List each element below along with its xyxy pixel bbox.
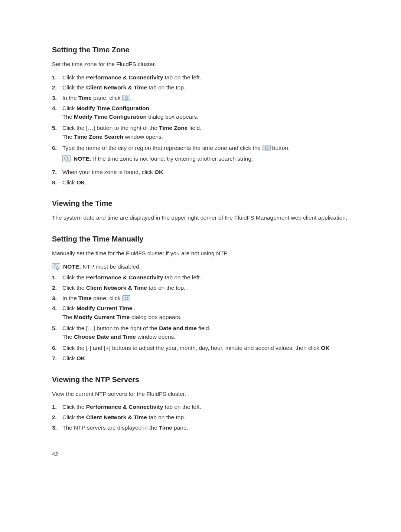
intro-text: View the current NTP servers for the Flu… bbox=[52, 390, 349, 398]
text: The bbox=[62, 114, 74, 120]
bold-text: Modify Current Time bbox=[76, 305, 132, 311]
text: field. bbox=[188, 125, 201, 131]
text: . bbox=[149, 105, 151, 111]
list-item: 4. Click Modify Current Time . The Modif… bbox=[52, 304, 349, 322]
note-box: NOTE: If the time zone is not found, try… bbox=[62, 155, 349, 163]
text: Click bbox=[62, 305, 76, 311]
text: Click the bbox=[62, 285, 86, 291]
text: . bbox=[132, 305, 136, 311]
list-item: 3. In the Time pane, click . bbox=[52, 294, 349, 302]
bold-text: Client Network & Time bbox=[86, 285, 147, 291]
bold-text: Choose Date and Time bbox=[74, 334, 136, 340]
text: Click bbox=[62, 179, 76, 185]
bold-text: OK bbox=[76, 355, 85, 361]
bold-text: Performance & Connectivity bbox=[86, 74, 163, 81]
text: The bbox=[62, 314, 74, 320]
list-item: 8. Click OK. bbox=[52, 178, 349, 187]
list-item: 1. Click the Performance & Connectivity … bbox=[52, 273, 349, 282]
text: In the bbox=[62, 295, 78, 301]
text: Click bbox=[62, 105, 76, 111]
step-number: 2. bbox=[52, 83, 62, 92]
text: pane, click bbox=[92, 295, 122, 301]
heading-viewing-time: Viewing the Time bbox=[52, 198, 349, 208]
step-number: 4. bbox=[52, 304, 62, 322]
text: tab on the top. bbox=[147, 84, 185, 91]
step-number: 5. bbox=[52, 324, 62, 342]
bold-text: Time bbox=[78, 295, 92, 301]
intro-text: The system date and time are displayed i… bbox=[52, 214, 349, 222]
list-item: 7. Click OK. bbox=[52, 354, 349, 362]
text: Click the bbox=[62, 84, 86, 91]
steps-list: 1. Click the Performance & Connectivity … bbox=[52, 73, 349, 187]
list-item: 5. Click the […] button to the right of … bbox=[52, 124, 349, 141]
text: pane. bbox=[172, 424, 188, 431]
intro-text: Manually set the time for the FluidFS cl… bbox=[52, 249, 349, 257]
text: tab on the left. bbox=[163, 274, 201, 280]
list-item: 6. Type the name of the city or region t… bbox=[52, 144, 349, 166]
bold-text: Time bbox=[159, 424, 172, 431]
bold-text: Performance & Connectivity bbox=[86, 274, 163, 280]
bold-text: Performance & Connectivity bbox=[86, 404, 163, 410]
text: tab on the top. bbox=[147, 285, 185, 291]
step-number: 3. bbox=[52, 94, 62, 102]
step-number: 5. bbox=[52, 124, 62, 141]
step-number: 1. bbox=[52, 273, 62, 282]
text: Click the bbox=[62, 404, 86, 410]
note-label: NOTE: bbox=[74, 155, 91, 162]
bold-text: Time Zone bbox=[159, 125, 188, 131]
page-number: 42 bbox=[52, 450, 349, 458]
steps-list: 1. Click the Performance & Connectivity … bbox=[52, 403, 349, 431]
intro-text: Set the time zone for the FluidFS cluste… bbox=[52, 60, 349, 68]
list-item: 7. When your time zone is found, click O… bbox=[52, 168, 349, 176]
note-text: If the time zone is not found, try enter… bbox=[91, 155, 253, 162]
text: field. bbox=[197, 325, 211, 331]
magnifier-icon bbox=[62, 155, 71, 162]
list-item: 2. Click the Client Network & Time tab o… bbox=[52, 413, 349, 421]
list-item: 1. Click the Performance & Connectivity … bbox=[52, 73, 349, 82]
text: Click the […] button to the right of the bbox=[62, 325, 159, 331]
heading-setting-time-zone: Setting the Time Zone bbox=[52, 45, 349, 55]
heading-viewing-ntp-servers: Viewing the NTP Servers bbox=[52, 374, 349, 385]
note-box: NOTE: NTP must be disabled. bbox=[52, 263, 349, 271]
step-number: 7. bbox=[52, 168, 62, 176]
bold-text: Date and time bbox=[159, 325, 197, 331]
settings-icon bbox=[122, 295, 130, 301]
note-text: NTP must be disabled. bbox=[81, 263, 141, 270]
step-number: 3. bbox=[52, 424, 62, 432]
settings-icon bbox=[122, 95, 130, 101]
text: window opens. bbox=[123, 134, 163, 140]
text: In the bbox=[62, 95, 78, 101]
bold-text: Modify Current Time bbox=[74, 314, 130, 320]
text: Type the name of the city or region that… bbox=[62, 145, 261, 151]
text: button. bbox=[271, 145, 290, 151]
text: dialog box appears. bbox=[130, 314, 182, 320]
text: Click the […] button to the right of the bbox=[62, 125, 159, 131]
steps-list: 1. Click the Performance & Connectivity … bbox=[52, 273, 349, 362]
step-number: 6. bbox=[52, 344, 62, 352]
text: The bbox=[62, 334, 74, 340]
text: dialog box appears. bbox=[147, 114, 199, 120]
bold-text: Time bbox=[78, 95, 92, 101]
text: . bbox=[130, 95, 132, 101]
step-number: 7. bbox=[52, 354, 62, 362]
step-number: 2. bbox=[52, 284, 62, 292]
text: Click bbox=[62, 355, 76, 361]
list-item: 2. Click the Client Network & Time tab o… bbox=[52, 284, 349, 292]
list-item: 6. Click the [-] and [+] buttons to adju… bbox=[52, 344, 349, 352]
list-item: 3. The NTP servers are displayed in the … bbox=[52, 424, 349, 432]
text: tab on the top. bbox=[147, 414, 185, 420]
bold-text: OK bbox=[76, 179, 85, 185]
text: . bbox=[130, 295, 132, 301]
list-item: 5. Click the […] button to the right of … bbox=[52, 324, 349, 342]
bold-text: OK bbox=[321, 345, 329, 351]
text: . bbox=[163, 169, 164, 175]
text: Click the bbox=[62, 414, 86, 420]
text: The NTP servers are displayed in the bbox=[62, 424, 159, 431]
text: tab on the left. bbox=[163, 404, 201, 410]
text: . bbox=[85, 179, 87, 185]
text: When your time zone is found, click bbox=[62, 169, 154, 175]
magnifier-icon bbox=[52, 263, 60, 270]
step-number: 4. bbox=[52, 104, 62, 122]
heading-setting-time-manually: Setting the Time Manually bbox=[52, 234, 349, 244]
list-item: 4. Click Modify Time Configuration. The … bbox=[52, 104, 349, 122]
